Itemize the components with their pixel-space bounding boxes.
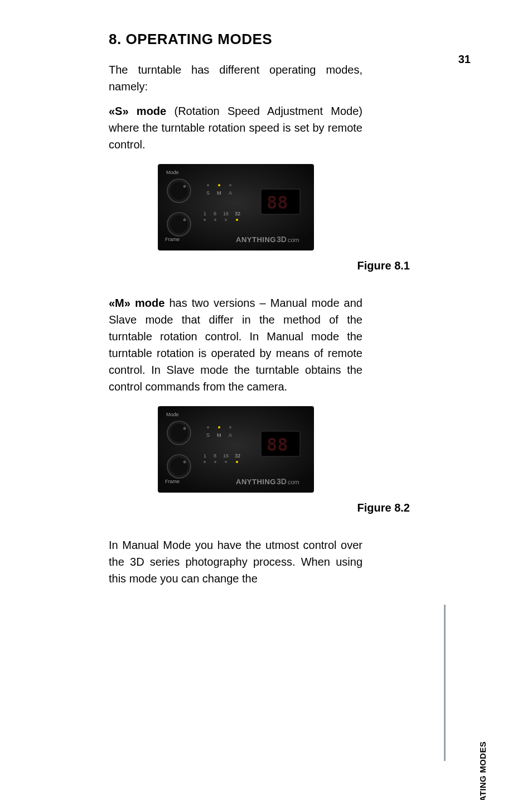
s-mode-paragraph: «S» mode (Rotation Speed Adjustment Mode… xyxy=(109,103,362,153)
svg-point-48 xyxy=(236,461,238,463)
svg-point-3 xyxy=(183,185,186,188)
svg-text:ANYTHING: ANYTHING xyxy=(236,235,276,244)
manual-mode-paragraph: In Manual Mode you have the utmost contr… xyxy=(109,537,362,587)
section-title: 8. OPERATING MODES xyxy=(109,31,362,48)
svg-point-18 xyxy=(214,219,216,221)
device-panel-image-1: Mode S M A Frame 1 8 16 32 xyxy=(158,164,314,250)
m-mode-text: has two versions – Manual mode and Slave… xyxy=(109,297,362,393)
svg-point-12 xyxy=(183,219,186,221)
figure-2: Mode S M A Frame 1 8 16 32 88 ANYTHING xyxy=(109,406,362,495)
figure-1: Mode S M A Frame 1 8 16 32 xyxy=(109,164,362,253)
svg-point-20 xyxy=(236,219,238,221)
figure-1-caption: Figure 8.1 xyxy=(109,259,410,272)
svg-point-2 xyxy=(170,182,188,200)
svg-text:Frame: Frame xyxy=(165,479,180,484)
svg-text:8: 8 xyxy=(214,211,216,216)
figure-2-caption: Figure 8.2 xyxy=(109,502,410,514)
svg-text:88: 88 xyxy=(267,192,288,213)
svg-text:3D: 3D xyxy=(277,477,287,486)
intro-paragraph: The turntable has different operating mo… xyxy=(109,61,362,95)
svg-text:8: 8 xyxy=(214,453,216,459)
panel-mode-label: Mode xyxy=(166,170,179,175)
svg-point-5 xyxy=(218,184,220,186)
svg-text:88: 88 xyxy=(267,434,288,455)
svg-point-47 xyxy=(225,461,227,463)
m-mode-label: «M» mode xyxy=(109,297,165,309)
svg-text:Mode: Mode xyxy=(166,412,179,417)
svg-point-45 xyxy=(204,461,206,463)
svg-point-39 xyxy=(170,457,188,475)
page-number: 31 xyxy=(458,53,471,66)
svg-point-32 xyxy=(218,426,220,428)
svg-text:16: 16 xyxy=(223,211,229,216)
svg-point-33 xyxy=(229,426,231,428)
svg-point-40 xyxy=(183,461,186,464)
svg-point-6 xyxy=(229,184,231,186)
s-mode-label: «S» mode xyxy=(109,105,166,117)
svg-text:A: A xyxy=(229,432,232,438)
svg-point-11 xyxy=(170,215,188,233)
svg-text:32: 32 xyxy=(235,453,240,459)
svg-point-29 xyxy=(170,424,188,442)
svg-text:ANYTHING: ANYTHING xyxy=(236,478,276,486)
svg-point-30 xyxy=(183,427,186,430)
svg-text:16: 16 xyxy=(223,453,229,459)
svg-point-4 xyxy=(207,184,209,186)
svg-text:com: com xyxy=(288,237,299,243)
svg-text:M: M xyxy=(217,432,221,438)
svg-point-19 xyxy=(225,219,227,221)
svg-text:32: 32 xyxy=(235,211,240,216)
side-tab-divider xyxy=(444,605,466,761)
m-mode-paragraph: «M» mode has two versions – Manual mode … xyxy=(109,295,362,395)
svg-text:S: S xyxy=(206,432,210,438)
panel-frame-label: Frame xyxy=(165,237,180,242)
svg-text:1: 1 xyxy=(204,211,206,216)
svg-text:1: 1 xyxy=(204,453,206,459)
side-tab-rest: PERATING MODES xyxy=(478,741,487,800)
svg-text:S: S xyxy=(206,190,210,196)
side-tab-label: 8. OPERATING MODES xyxy=(477,741,489,800)
svg-point-17 xyxy=(204,219,206,221)
svg-point-46 xyxy=(214,461,216,463)
device-panel-image-2: Mode S M A Frame 1 8 16 32 88 ANYTHING xyxy=(158,406,314,493)
svg-text:com: com xyxy=(288,479,299,485)
svg-text:A: A xyxy=(229,190,232,196)
svg-point-31 xyxy=(207,426,209,428)
main-content: 8. OPERATING MODES The turntable has dif… xyxy=(109,31,362,595)
svg-text:M: M xyxy=(217,190,221,196)
svg-text:3D: 3D xyxy=(277,235,287,244)
